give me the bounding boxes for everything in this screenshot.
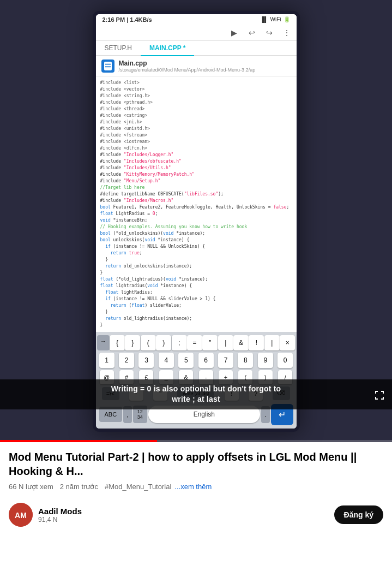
file-icon (101, 60, 114, 73)
video-more[interactable]: ...xem thêm (174, 483, 212, 491)
code-line: #include <vector> (100, 86, 292, 93)
file-info: Main.cpp /storage/emulated/0/Mod Menu/Ap… (119, 60, 256, 73)
code-editor[interactable]: #include <list> #include <vector> #inclu… (96, 76, 297, 332)
channel-info: Aadil Mods 91,4 N (38, 507, 82, 523)
video-info-section: Mod Menu Tutorial Part-2 | how to apply … (0, 442, 392, 496)
code-line: #include <pthread.h> (100, 99, 292, 106)
video-time: 2 năm trước (60, 483, 98, 491)
progress-bar-container[interactable] (0, 440, 392, 442)
code-line: } (100, 270, 292, 276)
code-line: #include "Includes/Utils.h" (100, 165, 292, 171)
status-icons: ▐▌ WiFi 🔋 (260, 16, 290, 22)
subscribe-button[interactable]: Đăng ký (334, 505, 383, 524)
svg-text:AM: AM (15, 511, 27, 520)
code-line: float lightRadius; (100, 289, 292, 296)
key-9[interactable]: 9 (258, 353, 273, 368)
more-icon[interactable]: ⋮ (281, 27, 292, 38)
key-6[interactable]: 6 (198, 353, 214, 368)
channel-name[interactable]: Aadil Mods (38, 507, 82, 516)
semicolon-key[interactable]: ; (172, 335, 187, 350)
redo-icon[interactable]: ↪ (264, 27, 275, 38)
channel-subscribers: 91,4 N (38, 516, 82, 523)
code-line: } (100, 257, 292, 263)
editor-tabs: SETUP.H MAIN.CPP * (96, 41, 297, 56)
undo-icon[interactable]: ↩ (246, 27, 257, 38)
number-keys-row: 1 2 3 4 5 6 7 8 9 0 (97, 353, 295, 368)
tab-main[interactable]: MAIN.CPP * (141, 41, 194, 56)
signal-icon: ▐▌ (260, 16, 268, 22)
ampersand-key[interactable]: & (233, 335, 249, 350)
code-line: return (float) sliderValue; (100, 302, 292, 309)
video-player: 2:16 PM | 1.4KB/s ▐▌ WiFi 🔋 ▶ ↩ ↪ ⋮ SETU… (0, 0, 392, 442)
key-8[interactable]: 8 (238, 353, 253, 368)
channel-avatar[interactable]: AM (9, 503, 33, 527)
code-line: bool unlockskins(void *instance) { (100, 237, 292, 243)
code-line: //Target lib here (100, 185, 292, 191)
quote-key[interactable]: " (202, 335, 218, 350)
file-header: Main.cpp /storage/emulated/0/Mod Menu/Ap… (96, 56, 297, 76)
code-line: #include <cstring> (100, 112, 292, 119)
arrow-key[interactable]: → (97, 335, 110, 350)
code-line: float (*old_lightradius)(void *instance)… (100, 276, 292, 283)
code-line: return true; (100, 250, 292, 257)
code-line: bool (*old_unlockskins)(void *instance); (100, 230, 292, 237)
code-line: #include "KittyMemory/MemoryPatch.h" (100, 171, 292, 178)
subtitle-line1: Writing = 0 is also optional but don't f… (7, 384, 385, 395)
code-line: float LightRadius = 0; (100, 211, 292, 217)
code-line: float lightradius(void *instance) { (100, 283, 292, 289)
video-title: Mod Menu Tutorial Part-2 | how to apply … (9, 450, 383, 478)
equals-key[interactable]: = (187, 335, 202, 350)
times-key[interactable]: × (280, 335, 295, 350)
brace-close-key[interactable]: } (125, 335, 140, 350)
video-meta: 66 N lượt xem 2 năm trước #Mod_Menu_Tuto… (9, 483, 383, 491)
progress-bar-fill (0, 440, 157, 442)
code-line: #include <unistd.h> (100, 126, 292, 132)
code-line: #include <list> (100, 80, 292, 86)
code-line: bool Feature1, Feature2, FeatureHookTogg… (100, 204, 292, 211)
paren-close-key[interactable]: ) (156, 335, 171, 350)
editor-toolbar: ▶ ↩ ↪ ⋮ (96, 25, 297, 41)
status-time: 2:16 PM | 1.4KB/s (102, 16, 152, 23)
code-line: void *instanceBtn; (100, 217, 292, 224)
key-1[interactable]: 1 (99, 353, 114, 368)
code-line: } (100, 322, 292, 329)
code-line: return old_lightradius(instance); (100, 316, 292, 322)
code-line: #include <fstream> (100, 132, 292, 139)
code-line: #include "Includes/Macros.h" (100, 198, 292, 204)
code-line: // Hooking examples. Assuming you know h… (100, 224, 292, 230)
key-4[interactable]: 4 (159, 353, 174, 368)
fullscreen-button[interactable] (373, 389, 385, 404)
code-line: #include <string.h> (100, 93, 292, 99)
battery-icon: 🔋 (284, 16, 290, 22)
key-5[interactable]: 5 (178, 353, 194, 368)
pipe2-key[interactable]: | (264, 335, 280, 350)
channel-left: AM Aadil Mods 91,4 N (9, 503, 82, 527)
code-line: if (instance != NULL && sliderValue > 1)… (100, 296, 292, 302)
exclaim-key[interactable]: ! (249, 335, 264, 350)
video-views: 66 N lượt xem (9, 483, 53, 491)
key-0[interactable]: 0 (278, 353, 293, 368)
code-line: if (instance != NULL && UnlockSkins) { (100, 243, 292, 250)
play-icon[interactable]: ▶ (229, 27, 240, 38)
key-7[interactable]: 7 (218, 353, 233, 368)
code-line: #include <iostream> (100, 139, 292, 145)
code-line: #include "Includes/obfuscate.h" (100, 158, 292, 165)
brace-open-key[interactable]: { (110, 335, 125, 350)
status-bar: 2:16 PM | 1.4KB/s ▐▌ WiFi 🔋 (96, 14, 297, 25)
phone-screen: 2:16 PM | 1.4KB/s ▐▌ WiFi 🔋 ▶ ↩ ↪ ⋮ SETU… (93, 11, 300, 432)
file-path: /storage/emulated/0/Mod Menu/App/Android… (119, 67, 256, 73)
code-line: #include "Includes/Logger.h" (100, 152, 292, 158)
tab-setup[interactable]: SETUP.H (96, 41, 141, 56)
code-line: #include <thread> (100, 106, 292, 112)
key-3[interactable]: 3 (138, 353, 154, 368)
file-name: Main.cpp (119, 60, 256, 67)
file-icon-shape (104, 62, 112, 70)
code-line: } (100, 309, 292, 316)
pipe-key[interactable]: | (218, 335, 233, 350)
code-line: #include <dlfcn.h> (100, 145, 292, 152)
code-line: #define targetLibName OBFUSCATE("libFile… (100, 191, 292, 198)
subtitle-overlay: Writing = 0 is also optional but don't f… (0, 379, 392, 409)
video-hashtag[interactable]: #Mod_Menu_Tutorial (105, 483, 171, 491)
paren-open-key[interactable]: ( (141, 335, 156, 350)
key-2[interactable]: 2 (119, 353, 134, 368)
